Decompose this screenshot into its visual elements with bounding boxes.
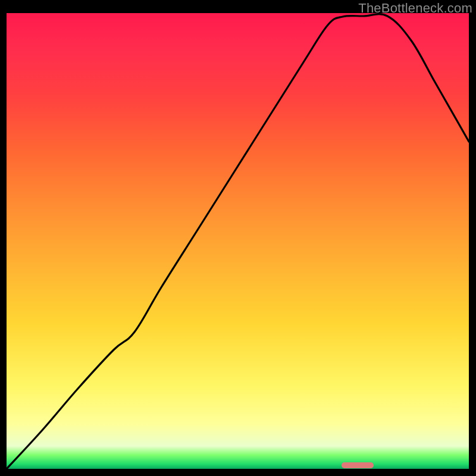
- optimal-range-marker: [342, 462, 374, 468]
- bottleneck-curve: [7, 13, 469, 469]
- chart-frame: [7, 13, 469, 469]
